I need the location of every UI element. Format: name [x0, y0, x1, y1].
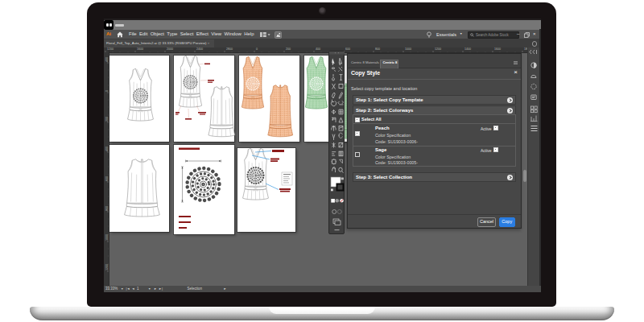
svg-text:1400: 1400 — [464, 47, 471, 51]
svg-text:400: 400 — [105, 57, 109, 62]
svg-text:200: 200 — [286, 47, 291, 51]
svg-text:2800: 2800 — [226, 47, 233, 51]
svg-text:800: 800 — [105, 206, 109, 211]
svg-text:1600: 1600 — [494, 47, 501, 51]
svg-text:0: 0 — [256, 47, 258, 51]
svg-text:1000: 1000 — [105, 234, 109, 241]
svg-text:400: 400 — [105, 147, 109, 151]
svg-text:600: 600 — [345, 47, 350, 51]
svg-text:2000: 2000 — [167, 47, 173, 51]
svg-text:2400: 2400 — [196, 47, 203, 51]
svg-text:400: 400 — [316, 47, 320, 51]
svg-text:200: 200 — [105, 117, 109, 122]
svg-text:1200: 1200 — [435, 47, 441, 51]
svg-text:0: 0 — [105, 90, 109, 92]
svg-text:1200: 1200 — [105, 264, 109, 270]
svg-text:600: 600 — [105, 176, 109, 181]
svg-text:1600: 1600 — [137, 47, 143, 51]
svg-text:800: 800 — [375, 47, 380, 51]
svg-text:1000: 1000 — [405, 47, 411, 51]
svg-text:1200: 1200 — [107, 47, 114, 51]
